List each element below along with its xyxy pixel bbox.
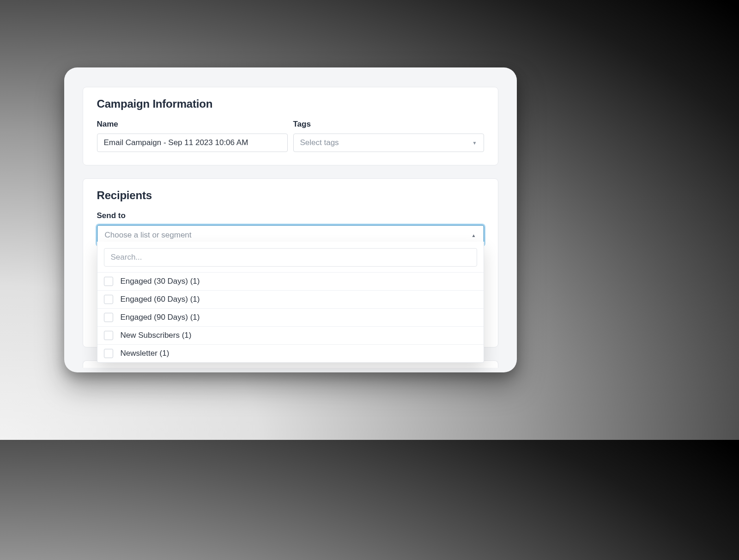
- list-item[interactable]: New Subscribers (1): [97, 326, 484, 344]
- checkbox-icon[interactable]: [104, 331, 113, 340]
- list-item-label: Newsletter (1): [121, 349, 170, 358]
- sendto-dropdown: Engaged (30 Days) (1) Engaged (60 Days) …: [97, 242, 484, 363]
- list-item[interactable]: Newsletter (1): [97, 344, 484, 362]
- name-label: Name: [97, 120, 288, 129]
- list-item[interactable]: Engaged (90 Days) (1): [97, 308, 484, 326]
- tags-placeholder: Select tags: [300, 138, 339, 147]
- campaign-info-title: Campaign Information: [97, 97, 484, 110]
- recipients-title: Recipients: [97, 189, 484, 202]
- dropdown-search-input[interactable]: [104, 248, 477, 267]
- sendto-placeholder: Choose a list or segment: [105, 231, 192, 240]
- list-item-label: New Subscribers (1): [121, 331, 192, 340]
- app-window: Campaign Information Name Tags Select ta…: [64, 67, 517, 372]
- checkbox-icon[interactable]: [104, 295, 113, 304]
- campaign-name-input[interactable]: [97, 134, 288, 152]
- sendto-label: Send to: [97, 211, 484, 220]
- list-item-label: Engaged (30 Days) (1): [121, 277, 200, 286]
- list-item-label: Engaged (60 Days) (1): [121, 295, 200, 304]
- sendto-field: Send to Choose a list or segment ▲: [97, 211, 484, 245]
- caret-up-icon: ▲: [472, 233, 476, 238]
- checkbox-icon[interactable]: [104, 313, 113, 322]
- tags-label: Tags: [293, 120, 484, 129]
- checkbox-icon[interactable]: [104, 349, 113, 358]
- name-field: Name: [97, 120, 288, 152]
- list-item[interactable]: Engaged (60 Days) (1): [97, 290, 484, 308]
- campaign-info-card: Campaign Information Name Tags Select ta…: [83, 87, 498, 165]
- checkbox-icon[interactable]: [104, 277, 113, 286]
- stage: Campaign Information Name Tags Select ta…: [0, 0, 581, 440]
- caret-down-icon: ▼: [472, 140, 477, 146]
- tags-field: Tags Select tags ▼: [293, 120, 484, 152]
- tags-select[interactable]: Select tags ▼: [293, 134, 484, 152]
- campaign-fields-row: Name Tags Select tags ▼: [97, 120, 484, 152]
- list-item-label: Engaged (90 Days) (1): [121, 313, 200, 322]
- recipients-card: Recipients Send to Choose a list or segm…: [83, 178, 498, 347]
- dropdown-search-wrap: [97, 248, 484, 272]
- list-item[interactable]: Engaged (30 Days) (1): [97, 272, 484, 290]
